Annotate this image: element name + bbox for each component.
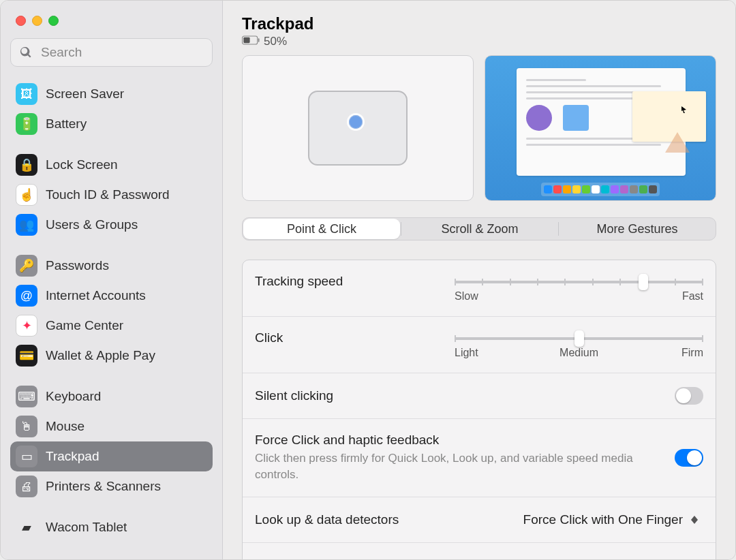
sidebar-item-label: Game Center	[46, 318, 123, 333]
svg-rect-1	[243, 37, 249, 43]
sidebar-item-users-groups[interactable]: 👥Users & Groups	[10, 210, 213, 240]
force-click-toggle[interactable]	[675, 449, 703, 467]
sidebar-item-internet-accounts[interactable]: @Internet Accounts	[10, 281, 213, 311]
sidebar-item-label: Internet Accounts	[46, 288, 146, 303]
click-slider[interactable]: Light Medium Firm	[455, 330, 703, 359]
sidebar-item-label: Screen Saver	[46, 87, 124, 102]
dock-preview	[541, 183, 660, 196]
trackpad-touch-indicator	[349, 115, 363, 129]
main-content: Trackpad 50%	[223, 1, 735, 559]
search-icon	[20, 46, 32, 59]
sidebar-item-lock-screen[interactable]: 🔒Lock Screen	[10, 150, 213, 180]
sidebar-icon: 💳	[16, 345, 37, 367]
row-tracking-speed: Tracking speed Slow Fast	[243, 260, 716, 317]
close-window-button[interactable]	[16, 16, 26, 26]
row-silent-clicking: Silent clicking	[243, 373, 716, 419]
trackpad-outline	[308, 91, 408, 166]
sidebar-icon: @	[16, 285, 37, 307]
sidebar-item-screen-saver[interactable]: 🖼Screen Saver	[10, 79, 213, 109]
sidebar-icon: ✦	[16, 315, 37, 337]
sidebar-item-label: Mouse	[46, 419, 85, 434]
tracking-speed-label: Tracking speed	[255, 274, 343, 289]
force-click-description: Click then press firmly for Quick Look, …	[255, 450, 661, 483]
gesture-animation-preview	[485, 55, 716, 201]
slider-min-label: Slow	[455, 290, 478, 302]
sidebar-nav: 🖼Screen Saver🔋Battery🔒Lock Screen☝Touch …	[1, 75, 222, 538]
chevron-updown-icon	[688, 513, 701, 527]
slider-firm-label: Firm	[681, 347, 703, 359]
sidebar-icon: ▭	[16, 446, 37, 467]
tab-group: Point & ClickScroll & ZoomMore Gestures	[242, 217, 716, 240]
cursor-icon	[681, 106, 687, 113]
secondary-click-value: Click or Tap with Two Fingers	[515, 558, 683, 560]
battery-status: 50%	[242, 35, 735, 48]
secondary-click-select[interactable]: Click or Tap with Two Fingers	[512, 557, 703, 560]
sidebar-icon: 🔑	[16, 255, 37, 277]
secondary-click-label: Secondary click	[255, 558, 346, 560]
search-input[interactable]	[10, 38, 213, 67]
sidebar-icon: 🔋	[16, 113, 37, 135]
look-up-select[interactable]: Force Click with One Finger	[521, 511, 703, 529]
row-secondary-click: Secondary click Click or Tap with Two Fi…	[243, 543, 716, 560]
sidebar-item-passwords[interactable]: 🔑Passwords	[10, 251, 213, 281]
sidebar-icon: 🖨	[16, 476, 37, 497]
force-click-label: Force Click and haptic feedback	[255, 433, 661, 448]
options-panel: Tracking speed Slow Fast Click	[242, 260, 716, 560]
slider-medium-label: Medium	[559, 347, 598, 359]
click-label: Click	[255, 330, 283, 345]
row-click: Click Light Medium Firm	[243, 317, 716, 373]
battery-percent: 50%	[264, 35, 287, 48]
sidebar-item-battery[interactable]: 🔋Battery	[10, 109, 213, 139]
row-force-click: Force Click and haptic feedback Click th…	[243, 419, 716, 497]
sidebar-item-label: Keyboard	[46, 389, 101, 404]
zoom-window-button[interactable]	[48, 16, 59, 26]
sidebar: 🖼Screen Saver🔋Battery🔒Lock Screen☝Touch …	[1, 1, 223, 559]
look-up-value: Force Click with One Finger	[523, 512, 683, 527]
sidebar-icon: 🖱	[16, 416, 37, 437]
sidebar-item-label: Trackpad	[46, 449, 99, 464]
sidebar-item-label: Touch ID & Password	[46, 187, 170, 202]
look-up-label: Look up & data detectors	[255, 512, 399, 527]
silent-clicking-label: Silent clicking	[255, 388, 333, 403]
sidebar-item-label: Printers & Scanners	[46, 479, 161, 494]
slider-light-label: Light	[455, 347, 478, 359]
sidebar-item-wallet-apple-pay[interactable]: 💳Wallet & Apple Pay	[10, 341, 213, 371]
sidebar-item-label: Users & Groups	[46, 217, 138, 232]
sidebar-icon: ▰	[16, 516, 37, 538]
tab-scroll-zoom[interactable]: Scroll & Zoom	[401, 218, 558, 240]
page-title: Trackpad	[242, 14, 735, 33]
sidebar-item-wacom-tablet[interactable]: ▰Wacom Tablet	[10, 512, 213, 538]
sidebar-icon: ☝	[16, 184, 37, 206]
sidebar-item-keyboard[interactable]: ⌨Keyboard	[10, 382, 213, 411]
search-field[interactable]	[10, 38, 213, 67]
battery-icon	[242, 35, 260, 48]
sidebar-item-touch-id-password[interactable]: ☝Touch ID & Password	[10, 180, 213, 210]
sidebar-item-label: Battery	[46, 116, 87, 131]
sidebar-item-mouse[interactable]: 🖱Mouse	[10, 411, 213, 441]
silent-clicking-toggle[interactable]	[675, 387, 703, 405]
window-controls	[1, 1, 222, 26]
slider-max-label: Fast	[682, 290, 703, 302]
sidebar-item-label: Passwords	[46, 258, 109, 273]
tab-more-gestures[interactable]: More Gestures	[559, 218, 716, 240]
sidebar-item-label: Wallet & Apple Pay	[46, 348, 155, 363]
sidebar-icon: 🔒	[16, 154, 37, 176]
sidebar-item-label: Wacom Tablet	[46, 520, 127, 535]
tab-point-click[interactable]: Point & Click	[243, 219, 400, 239]
minimize-window-button[interactable]	[32, 16, 42, 26]
tracking-speed-slider[interactable]: Slow Fast	[455, 274, 703, 302]
sidebar-item-game-center[interactable]: ✦Game Center	[10, 311, 213, 341]
sidebar-item-trackpad[interactable]: ▭Trackpad	[10, 441, 213, 471]
sidebar-item-printers-scanners[interactable]: 🖨Printers & Scanners	[10, 471, 213, 501]
sidebar-icon: ⌨	[16, 386, 37, 407]
row-look-up: Look up & data detectors Force Click wit…	[243, 497, 716, 543]
sidebar-item-label: Lock Screen	[46, 157, 118, 172]
trackpad-preview	[242, 55, 474, 201]
sidebar-icon: 🖼	[16, 83, 37, 105]
sidebar-icon: 👥	[16, 214, 37, 236]
svg-rect-2	[258, 38, 260, 42]
